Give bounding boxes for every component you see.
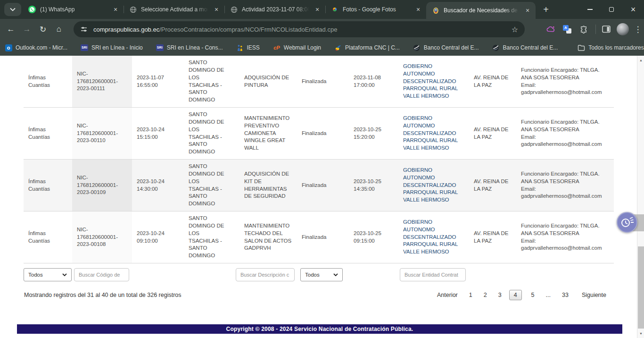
pagination-previous[interactable]: Anterior [437, 292, 458, 298]
cell-estado: Finalizada [297, 160, 349, 211]
pagination-page-3[interactable]: 3 [498, 292, 502, 298]
tab-close-icon[interactable]: × [111, 5, 120, 14]
table-row: Ínfimas CuantíasNIC-1768120600001-2023-0… [24, 56, 614, 108]
cell-descripcion: ADQUISICIÓN DE KIT DE HERRAMIENTAS DE SE… [239, 160, 297, 211]
bookmark-webmail[interactable]: cP Webmail Login [273, 44, 321, 51]
pagination-ellipsis: ... [546, 292, 551, 298]
cell-localidad: SANTO DOMINGO DE LOS TSACHILAS - SANTO D… [184, 211, 239, 263]
tab-seleccione-actividad[interactable]: Seleccione Actividad a modi × [124, 0, 224, 19]
cell-funcionario: Funcionario Encargado: TNLGA. ANA SOSA T… [516, 56, 614, 107]
clock-wings-icon[interactable] [617, 212, 637, 233]
ecuador-crest-icon [432, 7, 439, 14]
minimize-button[interactable] [579, 0, 601, 19]
entity-link[interactable]: GOBIERNO AUTONOMO DESCENTRALIZADO PARROQ… [403, 63, 464, 100]
pagination-page-1[interactable]: 1 [469, 292, 472, 298]
scrollbar-thumb[interactable] [638, 246, 644, 329]
cell-localidad: SANTO DOMINGO DE LOS TSACHILAS - SANTO D… [184, 56, 239, 107]
codigo-search-input[interactable] [74, 268, 129, 281]
scrollbar-down-icon[interactable]: ▼ [637, 330, 644, 337]
cell-estado: Finalizada [297, 56, 349, 107]
descripcion-search-input[interactable] [236, 268, 295, 281]
profile-avatar[interactable] [615, 22, 630, 37]
cell-tipo: Ínfimas Cuantías [24, 108, 72, 159]
cell-localidad: SANTO DOMINGO DE LOS TSACHILAS - SANTO D… [184, 160, 239, 211]
tab-search-button[interactable] [4, 3, 21, 16]
pagination-next[interactable]: Siguiente [582, 292, 606, 298]
pagination-page-4-active[interactable]: 4 [509, 290, 522, 300]
bookmark-sri-inicio[interactable]: SRI SRI en Línea - Inicio [81, 44, 143, 51]
tipo-filter-select[interactable]: Todos [24, 268, 72, 281]
restore-button[interactable] [601, 0, 622, 19]
url-text: compraspublicas.gob.ec/ProcesoContrataci… [93, 26, 508, 33]
pagination-page-2[interactable]: 2 [484, 292, 487, 298]
cloud-extension-icon[interactable] [543, 22, 558, 37]
browser-toolbar-area: ← → ↻ ⌂ compraspublicas.gob.ec/ProcesoCo… [0, 19, 644, 56]
tab-close-icon[interactable]: × [414, 5, 422, 14]
bookmark-sri-consultas[interactable]: SRI SRI en Línea - Cons... [156, 44, 223, 51]
whatsapp-icon [28, 6, 36, 13]
timer-widget[interactable] [616, 212, 644, 234]
bookmark-label: SRI en Línea - Inicio [91, 44, 143, 51]
cell-funcionario: Funcionario Encargado: TNLGA. ANA SOSA T… [516, 211, 614, 263]
cell-tipo: Ínfimas Cuantías [24, 160, 72, 211]
tab-buscador-necesidades[interactable]: Buscador de Necesidades de × [426, 2, 536, 19]
reload-button[interactable]: ↻ [35, 21, 51, 37]
all-bookmarks-button[interactable]: Todos los marcadores [578, 44, 644, 51]
bookmark-banco-central-1[interactable]: Banco Central del E... [413, 44, 479, 51]
google-photos-icon [331, 6, 339, 13]
tab-close-icon[interactable]: × [523, 6, 532, 15]
side-panel-icon[interactable] [599, 22, 614, 37]
pagination-page-33[interactable]: 33 [562, 292, 569, 298]
scrollbar[interactable]: ▲ ▼ [637, 56, 644, 338]
cell-fecha-inicio: 2023-10-24 09:10:00 [132, 211, 184, 263]
entity-link[interactable]: GOBIERNO AUTONOMO DESCENTRALIZADO PARROQ… [403, 219, 464, 256]
cell-entidad: GOBIERNO AUTONOMO DESCENTRALIZADO PARROQ… [398, 211, 469, 263]
bookmark-cnc[interactable]: Plataforma CNC | C... [334, 44, 400, 51]
cell-entidad: GOBIERNO AUTONOMO DESCENTRALIZADO PARROQ… [398, 160, 469, 211]
cell-fecha-inicio: 2023-10-24 15:15:00 [132, 108, 184, 159]
forward-button[interactable]: → [19, 21, 35, 37]
chevron-down-icon [62, 273, 67, 276]
extensions-puzzle-icon[interactable] [576, 22, 591, 37]
address-bar[interactable]: compraspublicas.gob.ec/ProcesoContrataci… [74, 21, 525, 37]
tab-close-icon[interactable]: × [313, 5, 322, 14]
cell-direccion: AV. REINA DE LA PAZ [469, 211, 516, 263]
cell-descripcion: MANTENIMIENTO TECHADO DEL SALON DE ACTOS… [239, 211, 297, 263]
navigation-toolbar: ← → ↻ ⌂ compraspublicas.gob.ec/ProcesoCo… [0, 19, 644, 40]
close-button[interactable]: × [622, 0, 644, 19]
cell-funcionario: Funcionario Encargado: TNLGA. ANA SOSA T… [516, 108, 614, 159]
tipo-filter-value: Todos [28, 272, 43, 278]
home-button[interactable]: ⌂ [51, 21, 67, 37]
page-content: Ínfimas CuantíasNIC-1768120600001-2023-0… [0, 56, 644, 338]
bookmarks-bar: o Outlook.com - Micr... SRI SRI en Línea… [0, 40, 644, 56]
cell-direccion: AV. REINA DE LA PAZ [469, 56, 516, 107]
entity-link[interactable]: GOBIERNO AUTONOMO DESCENTRALIZADO PARROQ… [403, 167, 464, 204]
tab-title: Buscador de Necesidades de [444, 7, 521, 14]
entidad-search-input[interactable] [400, 268, 466, 281]
menu-kebab-icon[interactable]: ⋮ [632, 25, 644, 34]
tab-close-icon[interactable]: × [212, 5, 221, 14]
pagination-page-5[interactable]: 5 [531, 292, 535, 298]
bookmark-outlook[interactable]: o Outlook.com - Micr... [5, 44, 67, 51]
back-button[interactable]: ← [3, 21, 19, 37]
site-settings-icon[interactable] [80, 25, 88, 33]
new-tab-button[interactable]: + [540, 4, 552, 16]
tab-actividad[interactable]: Actividad 2023-11-07 08:00: × [224, 0, 325, 19]
globe-dark-icon [413, 44, 421, 51]
bookmark-star-icon[interactable]: ☆ [512, 25, 518, 34]
entity-link[interactable]: GOBIERNO AUTONOMO DESCENTRALIZADO PARROQ… [403, 115, 464, 152]
cell-estado: Finalizada [297, 108, 349, 159]
estado-filter-select[interactable]: Todos [300, 268, 343, 281]
close-icon: × [631, 5, 636, 14]
chevron-down-icon [333, 273, 338, 276]
tab-whatsapp[interactable]: (1) WhatsApp × [23, 0, 124, 19]
scrollbar-up-icon[interactable]: ▲ [637, 57, 644, 64]
bookmark-banco-central-2[interactable]: Banco Central del E... [492, 44, 558, 51]
cell-fecha-fin: 2023-10-25 09:15:00 [349, 211, 398, 263]
bookmark-iess[interactable]: IESS [236, 44, 260, 51]
translate-icon[interactable]: A [560, 22, 575, 37]
tab-google-fotos[interactable]: Fotos - Google Fotos × [325, 0, 426, 19]
cell-fecha-inicio: 2023-11-07 16:55:00 [132, 56, 184, 107]
iess-icon [236, 44, 244, 51]
cell-codigo: NIC-1768120600001-2023-00108 [72, 211, 132, 263]
